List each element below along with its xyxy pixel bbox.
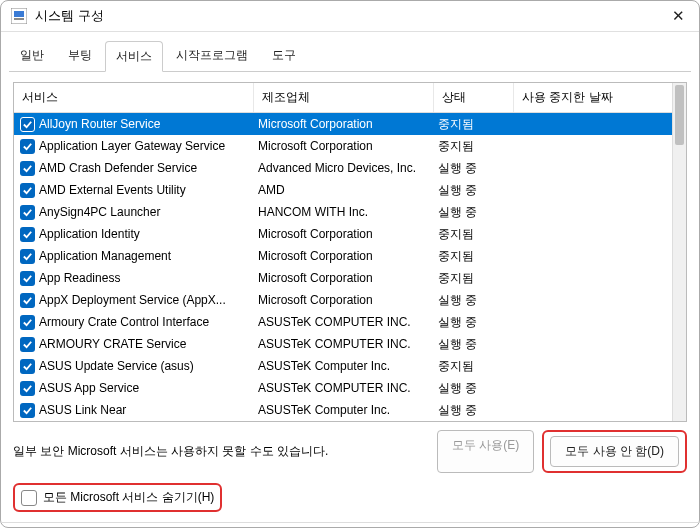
manufacturer-name: Microsoft Corporation: [254, 139, 434, 153]
table-row[interactable]: ASUS Link NearASUSTeK Computer Inc.실행 중: [14, 399, 686, 421]
disable-all-button[interactable]: 모두 사용 안 함(D): [550, 436, 679, 467]
service-name: AMD External Events Utility: [39, 183, 186, 197]
security-notice: 일부 보안 Microsoft 서비스는 사용하지 못할 수도 있습니다.: [13, 443, 328, 460]
table-row[interactable]: AnySign4PC LauncherHANCOM WITH Inc.실행 중: [14, 201, 686, 223]
vertical-scrollbar[interactable]: [672, 83, 686, 421]
enable-all-button[interactable]: 모두 사용(E): [437, 430, 534, 473]
table-row[interactable]: AMD External Events UtilityAMD실행 중: [14, 179, 686, 201]
service-status: 실행 중: [434, 314, 514, 331]
manufacturer-name: ASUSTeK COMPUTER INC.: [254, 337, 434, 351]
service-status: 중지됨: [434, 138, 514, 155]
table-row[interactable]: Application IdentityMicrosoft Corporatio…: [14, 223, 686, 245]
service-status: 실행 중: [434, 204, 514, 221]
service-status: 중지됨: [434, 248, 514, 265]
service-name: Application Layer Gateway Service: [39, 139, 225, 153]
service-name: Application Identity: [39, 227, 140, 241]
scrollbar-thumb[interactable]: [675, 85, 684, 145]
service-status: 실행 중: [434, 402, 514, 419]
dialog-footer: 확인 취소 적용(A) 도움말: [1, 522, 699, 528]
manufacturer-name: Microsoft Corporation: [254, 293, 434, 307]
row-checkbox[interactable]: [20, 117, 35, 132]
titlebar: 시스템 구성 ✕: [1, 1, 699, 32]
service-status: 중지됨: [434, 226, 514, 243]
service-status: 실행 중: [434, 160, 514, 177]
service-status: 실행 중: [434, 380, 514, 397]
row-checkbox[interactable]: [20, 271, 35, 286]
manufacturer-name: ASUSTeK Computer Inc.: [254, 359, 434, 373]
table-row[interactable]: Armoury Crate Control InterfaceASUSTeK C…: [14, 311, 686, 333]
row-checkbox[interactable]: [20, 227, 35, 242]
service-name: AllJoyn Router Service: [39, 117, 160, 131]
manufacturer-name: ASUSTeK Computer Inc.: [254, 403, 434, 417]
table-row[interactable]: Application Layer Gateway ServiceMicroso…: [14, 135, 686, 157]
service-status: 중지됨: [434, 358, 514, 375]
row-checkbox[interactable]: [20, 293, 35, 308]
close-icon[interactable]: ✕: [668, 7, 689, 25]
listview-body: AllJoyn Router ServiceMicrosoft Corporat…: [14, 113, 686, 421]
manufacturer-name: ASUSTeK COMPUTER INC.: [254, 381, 434, 395]
notice-row: 일부 보안 Microsoft 서비스는 사용하지 못할 수도 있습니다. 모두…: [13, 430, 687, 473]
service-status: 중지됨: [434, 116, 514, 133]
highlight-hide-ms: 모든 Microsoft 서비스 숨기기(H): [13, 483, 222, 512]
row-checkbox[interactable]: [20, 315, 35, 330]
window-title: 시스템 구성: [35, 7, 668, 25]
table-row[interactable]: ASUS Update Service (asus)ASUSTeK Comput…: [14, 355, 686, 377]
service-name: ASUS Link Near: [39, 403, 126, 417]
app-icon: [11, 8, 27, 24]
manufacturer-name: Microsoft Corporation: [254, 271, 434, 285]
manufacturer-name: HANCOM WITH Inc.: [254, 205, 434, 219]
highlight-disable-all: 모두 사용 안 함(D): [542, 430, 687, 473]
service-status: 중지됨: [434, 270, 514, 287]
table-row[interactable]: ARMOURY CRATE ServiceASUSTeK COMPUTER IN…: [14, 333, 686, 355]
services-listview[interactable]: 서비스 제조업체 상태 사용 중지한 날짜 AllJoyn Router Ser…: [13, 82, 687, 422]
row-checkbox[interactable]: [20, 205, 35, 220]
tab-4[interactable]: 도구: [261, 40, 307, 71]
row-checkbox[interactable]: [20, 381, 35, 396]
table-row[interactable]: App ReadinessMicrosoft Corporation중지됨: [14, 267, 686, 289]
row-checkbox[interactable]: [20, 161, 35, 176]
service-status: 실행 중: [434, 336, 514, 353]
tabstrip: 일반부팅서비스시작프로그램도구: [1, 32, 699, 71]
service-name: App Readiness: [39, 271, 120, 285]
service-name: Armoury Crate Control Interface: [39, 315, 209, 329]
service-name: ASUS Update Service (asus): [39, 359, 194, 373]
service-name: ASUS App Service: [39, 381, 139, 395]
col-manufacturer[interactable]: 제조업체: [254, 83, 434, 112]
row-checkbox[interactable]: [20, 403, 35, 418]
row-checkbox[interactable]: [20, 183, 35, 198]
service-name: AMD Crash Defender Service: [39, 161, 197, 175]
manufacturer-name: Microsoft Corporation: [254, 249, 434, 263]
col-service[interactable]: 서비스: [14, 83, 254, 112]
col-status[interactable]: 상태: [434, 83, 514, 112]
service-status: 실행 중: [434, 182, 514, 199]
tab-content-services: 서비스 제조업체 상태 사용 중지한 날짜 AllJoyn Router Ser…: [1, 72, 699, 522]
row-checkbox[interactable]: [20, 139, 35, 154]
svg-rect-1: [14, 11, 24, 17]
msconfig-window: 시스템 구성 ✕ 일반부팅서비스시작프로그램도구 서비스 제조업체 상태 사용 …: [0, 0, 700, 528]
svg-rect-2: [14, 18, 24, 20]
service-name: ARMOURY CRATE Service: [39, 337, 186, 351]
service-name: AnySign4PC Launcher: [39, 205, 160, 219]
table-row[interactable]: AppX Deployment Service (AppX...Microsof…: [14, 289, 686, 311]
col-disabled-date[interactable]: 사용 중지한 날짜: [514, 83, 686, 112]
table-row[interactable]: Application ManagementMicrosoft Corporat…: [14, 245, 686, 267]
hide-ms-row: 모든 Microsoft 서비스 숨기기(H): [13, 483, 687, 512]
manufacturer-name: AMD: [254, 183, 434, 197]
service-name: Application Management: [39, 249, 171, 263]
row-checkbox[interactable]: [20, 359, 35, 374]
tab-1[interactable]: 부팅: [57, 40, 103, 71]
manufacturer-name: Advanced Micro Devices, Inc.: [254, 161, 434, 175]
row-checkbox[interactable]: [20, 249, 35, 264]
manufacturer-name: ASUSTeK COMPUTER INC.: [254, 315, 434, 329]
row-checkbox[interactable]: [20, 337, 35, 352]
tab-0[interactable]: 일반: [9, 40, 55, 71]
table-row[interactable]: AMD Crash Defender ServiceAdvanced Micro…: [14, 157, 686, 179]
tab-3[interactable]: 시작프로그램: [165, 40, 259, 71]
hide-ms-label: 모든 Microsoft 서비스 숨기기(H): [43, 489, 214, 506]
table-row[interactable]: ASUS App ServiceASUSTeK COMPUTER INC.실행 …: [14, 377, 686, 399]
hide-ms-checkbox[interactable]: [21, 490, 37, 506]
table-row[interactable]: AllJoyn Router ServiceMicrosoft Corporat…: [14, 113, 686, 135]
service-name: AppX Deployment Service (AppX...: [39, 293, 226, 307]
tab-2[interactable]: 서비스: [105, 41, 163, 72]
listview-header: 서비스 제조업체 상태 사용 중지한 날짜: [14, 83, 686, 113]
